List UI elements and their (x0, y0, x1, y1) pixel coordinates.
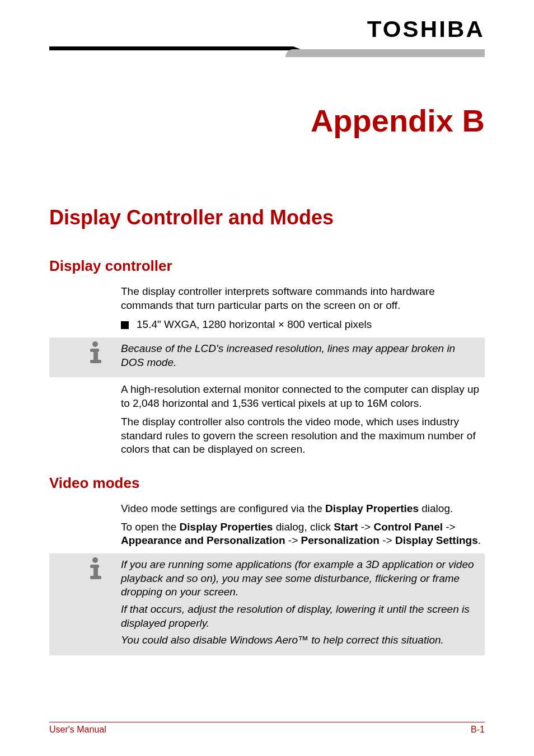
note-callout: Because of the LCD's increased resolutio… (49, 337, 485, 377)
footer-left: User's Manual (49, 725, 106, 735)
subsection-video-modes: Video modes (49, 475, 485, 492)
paragraph: Video mode settings are configured via t… (121, 502, 485, 548)
svg-point-0 (92, 341, 98, 347)
paragraph-text: A high-resolution external monitor conne… (121, 383, 485, 410)
text-run: Video mode settings are configured via t… (121, 503, 325, 514)
instruction-text: To open the Display Properties dialog, c… (121, 520, 485, 548)
text-run: dialog. (419, 503, 453, 514)
svg-rect-2 (93, 349, 98, 361)
bold-run: Display Settings (395, 534, 478, 546)
paragraph: A high-resolution external monitor conne… (121, 383, 485, 456)
paragraph-text: The display controller also controls the… (121, 415, 485, 457)
brand-logo-text: TOSHIBA (27, 17, 485, 42)
note-text: Because of the LCD's increased resolutio… (121, 342, 479, 369)
text-run: To open the (121, 521, 180, 533)
note-text: You could also disable Windows Aero™ to … (121, 633, 479, 647)
note-icon-wrap (83, 340, 111, 364)
text-run: dialog, click (273, 521, 334, 533)
bold-run: Start (334, 521, 358, 533)
bold-run: Display Properties (325, 503, 419, 514)
info-icon (83, 556, 107, 580)
text-run: -> (358, 521, 374, 533)
bold-run: Appearance and Personalization (121, 534, 285, 546)
subsection-display-controller: Display controller (49, 257, 485, 275)
paragraph: The display controller interprets softwa… (121, 285, 485, 312)
section-title: Display Controller and Modes (49, 206, 485, 229)
text-run: -> (285, 534, 301, 546)
bold-run: Personalization (301, 534, 380, 546)
text-run: -> (380, 534, 395, 546)
bullet-square-icon (121, 321, 129, 329)
svg-rect-6 (93, 565, 98, 577)
page-footer: User's Manual B-1 (49, 722, 485, 735)
paragraph-text: Video mode settings are configured via t… (121, 502, 485, 516)
note-text: If that occurs, adjust the resolution of… (121, 603, 479, 630)
divider-dark (49, 46, 293, 50)
paragraph-text: The display controller interprets softwa… (121, 285, 485, 312)
bullet-text: 15.4" WXGA, 1280 horizontal × 800 vertic… (137, 318, 372, 332)
footer-right: B-1 (471, 725, 485, 735)
bullet-item: 15.4" WXGA, 1280 horizontal × 800 vertic… (121, 318, 485, 332)
header-divider (49, 46, 485, 58)
note-text: If you are running some applications (fo… (121, 558, 479, 599)
divider-light (293, 49, 485, 57)
note-callout: If you are running some applications (fo… (49, 553, 485, 655)
text-run: -> (443, 521, 456, 533)
text-run: . (478, 534, 481, 546)
note-icon-wrap (83, 556, 111, 580)
bold-run: Display Properties (180, 521, 273, 533)
appendix-heading: Appendix B (49, 102, 485, 139)
svg-rect-7 (90, 576, 101, 579)
info-icon (83, 340, 107, 364)
svg-point-4 (92, 557, 98, 563)
svg-rect-3 (90, 360, 101, 363)
bold-run: Control Panel (374, 521, 443, 533)
